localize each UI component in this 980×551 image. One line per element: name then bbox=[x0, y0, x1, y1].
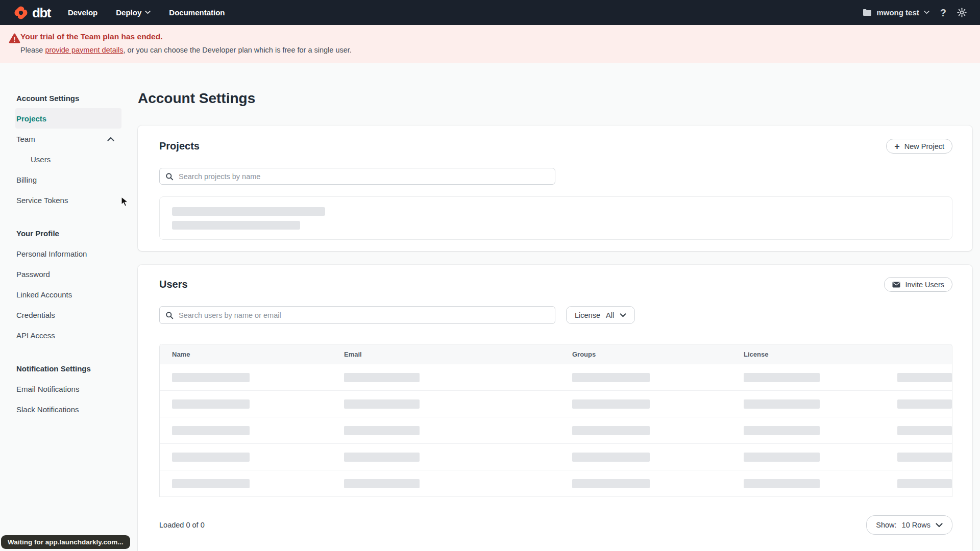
nav-documentation[interactable]: Documentation bbox=[169, 8, 225, 17]
users-table-header: Name Email Groups License bbox=[160, 344, 952, 364]
content-area: Account Settings Projects Team Users Bil… bbox=[0, 63, 980, 551]
sidebar-item-service-tokens[interactable]: Service Tokens bbox=[15, 190, 121, 210]
chevron-down-icon bbox=[145, 11, 151, 14]
topnav-right: mwong test bbox=[863, 8, 967, 18]
settings-sidebar: Account Settings Projects Team Users Bil… bbox=[0, 63, 127, 419]
cell bbox=[332, 399, 560, 409]
cell bbox=[160, 453, 332, 462]
sidebar-item-label: Personal Information bbox=[16, 249, 87, 258]
column-header-email: Email bbox=[332, 350, 560, 358]
sidebar-item-password[interactable]: Password bbox=[15, 264, 121, 284]
banner-message-suffix: , or you can choose the Developer plan w… bbox=[124, 46, 352, 54]
license-filter-label: License bbox=[575, 311, 600, 319]
cell bbox=[731, 373, 885, 382]
cell bbox=[731, 399, 885, 409]
loaded-count: Loaded 0 of 0 bbox=[159, 521, 205, 529]
sidebar-item-label: Team bbox=[16, 135, 35, 143]
rows-per-page-label: Show: bbox=[876, 521, 896, 529]
cell bbox=[560, 479, 731, 488]
help-icon[interactable] bbox=[940, 8, 946, 18]
nav-deploy[interactable]: Deploy bbox=[116, 8, 151, 17]
projects-card-header: Projects New Project bbox=[159, 139, 952, 154]
sidebar-item-label: Users bbox=[31, 155, 51, 164]
rows-per-page-dropdown[interactable]: Show: 10 Rows bbox=[866, 515, 952, 535]
search-icon bbox=[165, 172, 174, 181]
sidebar-item-billing[interactable]: Billing bbox=[15, 169, 121, 190]
sidebar-section-notification-settings: Notification Settings bbox=[16, 358, 127, 379]
skeleton-bar bbox=[172, 221, 300, 230]
users-search-input[interactable] bbox=[159, 306, 555, 324]
page-title: Account Settings bbox=[138, 91, 972, 107]
sidebar-item-label: Projects bbox=[16, 114, 46, 123]
sidebar-item-label: Linked Accounts bbox=[16, 290, 72, 299]
table-row-skeleton bbox=[160, 364, 952, 391]
cell bbox=[885, 399, 952, 409]
sidebar-item-team[interactable]: Team bbox=[15, 129, 121, 149]
column-header-license: License bbox=[731, 350, 885, 358]
sidebar-item-projects[interactable]: Projects bbox=[15, 108, 121, 129]
cell bbox=[731, 453, 885, 462]
nav-documentation-label: Documentation bbox=[169, 8, 225, 17]
users-search-box bbox=[159, 306, 555, 324]
search-icon bbox=[165, 311, 174, 319]
invite-users-button-label: Invite Users bbox=[905, 281, 944, 289]
new-project-button-label: New Project bbox=[904, 142, 944, 151]
sidebar-item-label: API Access bbox=[16, 331, 55, 340]
cell bbox=[885, 426, 952, 435]
users-card-header: Users Invite Users bbox=[159, 277, 952, 292]
cell bbox=[332, 453, 560, 462]
users-card: Users Invite Users License Al bbox=[138, 265, 972, 551]
top-nav: dbt Develop Deploy Documentation mwong t… bbox=[0, 0, 980, 25]
dbt-logo-text: dbt bbox=[32, 6, 51, 19]
skeleton-bar bbox=[172, 207, 325, 216]
chevron-down-icon bbox=[924, 11, 929, 14]
table-row-skeleton bbox=[160, 470, 952, 497]
sidebar-item-api-access[interactable]: API Access bbox=[15, 325, 121, 345]
chevron-up-icon bbox=[107, 137, 114, 141]
cell bbox=[731, 479, 885, 488]
cell bbox=[332, 426, 560, 435]
account-switcher[interactable]: mwong test bbox=[863, 8, 929, 17]
cell bbox=[332, 373, 560, 382]
browser-status-text: Waiting for app.launchdarkly.com... bbox=[1, 535, 130, 549]
banner-message: Please provide payment details, or you c… bbox=[20, 45, 970, 55]
license-filter-dropdown[interactable]: License All bbox=[566, 306, 635, 324]
dbt-logo[interactable]: dbt bbox=[13, 5, 51, 20]
nav-develop-label: Develop bbox=[68, 8, 97, 17]
sidebar-item-credentials[interactable]: Credentials bbox=[15, 305, 121, 325]
cell bbox=[885, 479, 952, 488]
sidebar-item-slack-notifications[interactable]: Slack Notifications bbox=[15, 399, 121, 419]
sidebar-item-users[interactable]: Users bbox=[15, 149, 121, 169]
table-row-skeleton bbox=[160, 391, 952, 417]
new-project-button[interactable]: New Project bbox=[886, 139, 952, 154]
license-filter-value: All bbox=[606, 311, 614, 319]
sidebar-item-label: Service Tokens bbox=[16, 196, 68, 205]
sidebar-item-label: Slack Notifications bbox=[16, 405, 79, 414]
cell bbox=[160, 426, 332, 435]
sidebar-item-email-notifications[interactable]: Email Notifications bbox=[15, 379, 121, 399]
sidebar-item-linked-accounts[interactable]: Linked Accounts bbox=[15, 284, 121, 305]
sidebar-item-label: Billing bbox=[16, 176, 37, 184]
rows-per-page-value: 10 Rows bbox=[902, 521, 930, 529]
cell bbox=[560, 453, 731, 462]
projects-search-row bbox=[159, 168, 952, 185]
chevron-down-icon bbox=[620, 313, 626, 317]
dbt-logo-icon bbox=[13, 5, 29, 20]
account-name: mwong test bbox=[876, 8, 919, 17]
projects-search-box bbox=[159, 168, 555, 185]
table-row-skeleton bbox=[160, 417, 952, 444]
cell bbox=[160, 479, 332, 488]
users-search-row: License All bbox=[159, 306, 952, 324]
projects-loading-panel bbox=[159, 196, 952, 240]
sidebar-section-your-profile: Your Profile bbox=[16, 223, 127, 243]
gear-icon[interactable] bbox=[957, 8, 967, 17]
nav-develop[interactable]: Develop bbox=[68, 8, 97, 17]
cell bbox=[560, 373, 731, 382]
users-table-footer: Loaded 0 of 0 Show: 10 Rows bbox=[159, 515, 952, 535]
invite-users-button[interactable]: Invite Users bbox=[884, 277, 952, 292]
projects-search-input[interactable] bbox=[159, 168, 555, 185]
provide-payment-details-link[interactable]: provide payment details bbox=[45, 46, 123, 54]
users-card-title: Users bbox=[159, 279, 188, 290]
sidebar-item-personal-information[interactable]: Personal Information bbox=[15, 243, 121, 264]
main-panel: Account Settings Projects New Project bbox=[127, 63, 980, 551]
